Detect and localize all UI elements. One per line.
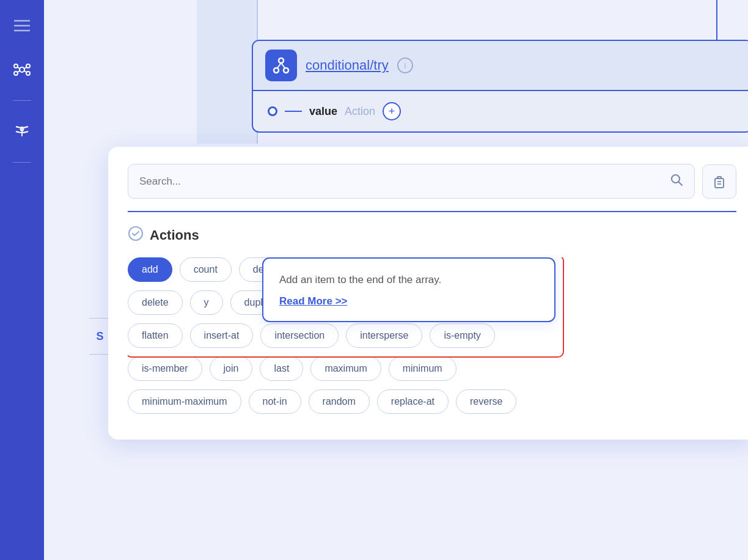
sidebar-divider-1 [13,100,31,101]
tag-replace-at[interactable]: replace-at [377,389,449,414]
tag-y[interactable]: y [190,290,223,315]
section-divider [128,211,736,212]
search-row [128,164,736,199]
tags-row-1: add Add an item to the end of the array.… [128,257,730,282]
connection-row: value Action + [253,91,748,131]
svg-point-7 [26,72,30,75]
add-connection-button[interactable]: + [383,102,401,120]
actions-heading: Actions [128,226,736,245]
svg-line-20 [679,182,683,186]
svg-point-4 [14,64,18,68]
svg-point-5 [26,64,30,68]
svg-point-14 [279,58,284,63]
network-icon[interactable] [10,57,34,82]
tag-delete[interactable]: delete [128,290,183,315]
tag-is-empty[interactable]: is-empty [430,323,494,348]
tag-not-in[interactable]: not-in [249,389,301,414]
tooltip-read-more-link[interactable]: Read More >> [279,295,348,307]
tag-insert-at[interactable]: insert-at [190,323,254,348]
svg-rect-21 [715,179,724,188]
tag-is-member[interactable]: is-member [128,356,202,381]
actions-title: Actions [150,227,199,243]
tags-row-3: flatten insert-at intersection intersper… [128,323,730,348]
clipboard-button[interactable] [702,164,736,199]
tag-last[interactable]: last [260,356,303,381]
search-input[interactable] [139,175,664,188]
tag-flatten[interactable]: flatten [128,323,183,348]
tag-reverse[interactable]: reverse [456,389,516,414]
tag-intersperse[interactable]: intersperse [346,323,422,348]
check-icon [128,226,144,245]
svg-line-17 [277,63,281,68]
value-label: value [309,105,337,118]
tag-random[interactable]: random [309,389,370,414]
svg-point-15 [274,68,279,73]
svg-line-9 [24,67,26,68]
node-header: conditional/try i [253,41,748,91]
node-icon-box [265,50,297,81]
tag-add[interactable]: add [128,257,172,282]
tag-join[interactable]: join [210,356,253,381]
popup-panel: Actions add Add an item to the end of th… [108,147,748,440]
tooltip-description: Add an item to the end of the array. [279,272,538,288]
search-icon [670,173,683,190]
tag-maximum[interactable]: maximum [310,356,381,381]
tags-row-4: is-member join last maximum minimum [128,356,730,381]
search-box [128,164,695,199]
node-info-icon[interactable]: i [397,57,413,73]
tags-row-5: minimum-maximum not-in random replace-at… [128,389,730,414]
sidebar [0,0,44,560]
svg-line-8 [18,67,20,68]
svg-point-16 [284,68,288,73]
tag-count[interactable]: count [180,257,232,282]
node-title-link[interactable]: conditional/try [306,57,389,73]
tag-minimum-maximum[interactable]: minimum-maximum [128,389,241,414]
svg-line-11 [24,71,26,72]
top-connector-line [716,0,717,40]
svg-point-6 [14,72,18,75]
sidebar-logo [9,12,35,39]
side-panel-sketch [197,0,258,144]
svg-line-18 [281,63,285,68]
tag-intersection[interactable]: intersection [260,323,339,348]
connection-line [285,111,302,112]
action-label: Action [345,105,375,118]
tooltip-popup: Add an item to the end of the array. Rea… [262,257,556,322]
sidebar-divider-2 [13,162,31,163]
canvas-area: conditional/try i value Action + ut S [44,0,748,560]
svg-point-3 [20,67,24,72]
tag-minimum[interactable]: minimum [389,356,457,381]
actions-scroll[interactable]: add Add an item to the end of the array.… [128,257,736,422]
connection-dot [268,106,277,116]
svg-line-10 [18,71,20,72]
node-card: conditional/try i value Action + [252,40,748,133]
bow-icon[interactable] [10,119,34,144]
